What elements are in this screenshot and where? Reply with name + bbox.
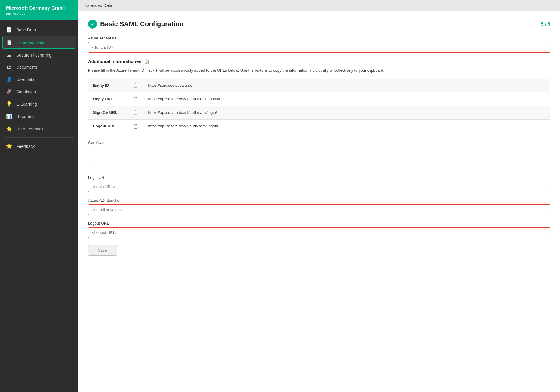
sidebar-item-label: Feedback bbox=[16, 144, 35, 149]
e-learning-icon: 💡 bbox=[6, 101, 12, 107]
logout-url-input[interactable] bbox=[88, 227, 550, 238]
sidebar-item-label: Base Data bbox=[16, 27, 36, 32]
sidebar-item-simulation[interactable]: 🚀Simulation bbox=[0, 86, 78, 98]
sidebar-item-base-data[interactable]: 📄Base Data bbox=[0, 23, 78, 36]
azure-tenant-id-label: Azure Tenant ID bbox=[88, 36, 550, 40]
reporting-icon: 📊 bbox=[6, 114, 12, 119]
section-title-text: Basic SAML Configuration bbox=[100, 20, 184, 28]
base-data-icon: 📄 bbox=[6, 27, 12, 33]
table-row: Logout URL 📋 https://api.sosafe.de/v1/au… bbox=[88, 119, 550, 133]
table-row: Reply URL 📋 https://api.sosafe.de/v1/aut… bbox=[88, 92, 550, 106]
feedback-icon: ⭐ bbox=[6, 143, 12, 149]
copy-icon[interactable]: 📋 bbox=[132, 96, 139, 102]
company-domain: microsoft.com bbox=[6, 11, 72, 16]
logout-url-label: Logout URL bbox=[88, 221, 550, 226]
content-area: ✓ Basic SAML Configuration 5 / 5 Azure T… bbox=[78, 11, 560, 392]
sidebar: Microsoft Germany GmbH microsoft.com 📄Ba… bbox=[0, 0, 78, 392]
certificate-input[interactable] bbox=[88, 147, 550, 168]
save-button[interactable]: Save bbox=[88, 245, 117, 256]
secure-filesharing-icon: ☁ bbox=[6, 52, 12, 58]
sidebar-item-label: E-Learning bbox=[16, 102, 37, 107]
top-bar-title: Extended Data bbox=[84, 3, 112, 8]
sidebar-item-label: Simulation bbox=[16, 89, 36, 94]
simulation-icon: 🚀 bbox=[6, 89, 12, 95]
row-value: https://services.sosafe.de bbox=[143, 79, 550, 92]
section-title: ✓ Basic SAML Configuration bbox=[88, 20, 184, 29]
sidebar-item-label: User feedback bbox=[16, 126, 43, 131]
section-header: ✓ Basic SAML Configuration 5 / 5 bbox=[88, 20, 550, 29]
nav-divider bbox=[5, 137, 74, 138]
sidebar-item-label: User data bbox=[16, 77, 35, 82]
main-area: Extended Data ✓ Basic SAML Configuration… bbox=[78, 0, 560, 392]
certificate-label: Certificate bbox=[88, 140, 550, 145]
extended-data-icon: 📋 bbox=[6, 39, 12, 45]
sidebar-item-label: Extended Data bbox=[17, 40, 45, 45]
top-bar: Extended Data bbox=[78, 0, 560, 11]
sidebar-item-label: Documents bbox=[16, 65, 38, 70]
row-label: Entity ID bbox=[88, 79, 127, 92]
azure-tenant-id-input[interactable] bbox=[88, 42, 550, 53]
info-description: Please fill in the Azure Tenant ID first… bbox=[88, 67, 550, 74]
row-label: Logout URL bbox=[88, 119, 127, 133]
sidebar-nav: 📄Base Data📋Extended Data☁Secure Fileshar… bbox=[0, 20, 78, 392]
row-value: https://api.sosafe.de/v1/auth/saml/logou… bbox=[143, 119, 550, 133]
azure-ad-identifier-input[interactable] bbox=[88, 204, 550, 215]
login-url-label: Login URL bbox=[88, 175, 550, 180]
company-name: Microsoft Germany GmbH bbox=[6, 5, 72, 11]
check-icon: ✓ bbox=[88, 20, 97, 29]
copy-icon[interactable]: 📋 bbox=[132, 110, 139, 116]
row-label: Reply URL bbox=[88, 92, 127, 106]
sidebar-item-secure-filesharing[interactable]: ☁Secure Filesharing bbox=[0, 49, 78, 61]
copy-icon[interactable]: 📋 bbox=[132, 123, 139, 129]
copy-icon-cell[interactable]: 📋 bbox=[127, 92, 143, 106]
copy-all-icon[interactable]: 📋 bbox=[144, 59, 149, 64]
row-value: https://api.sosafe.de/v1/auth/saml/login… bbox=[143, 106, 550, 119]
copy-icon-cell[interactable]: 📋 bbox=[127, 79, 143, 92]
documents-icon: 🗂 bbox=[6, 64, 12, 70]
row-label: Sign On URL bbox=[88, 106, 127, 119]
row-value: https://api.sosafe.de/v1/auth/saml/consu… bbox=[143, 92, 550, 106]
azure-ad-identifier-label: Azure AD Identifier bbox=[88, 198, 550, 203]
copy-icon[interactable]: 📋 bbox=[132, 82, 139, 89]
sidebar-item-e-learning[interactable]: 💡E-Learning bbox=[0, 98, 78, 110]
copy-icon-cell[interactable]: 📋 bbox=[127, 119, 143, 133]
table-row: Sign On URL 📋 https://api.sosafe.de/v1/a… bbox=[88, 106, 550, 119]
sidebar-item-user-data[interactable]: 👤User data bbox=[0, 73, 78, 86]
sidebar-item-label: Reporting bbox=[16, 114, 35, 119]
additional-info-header: Additional informationen 📋 bbox=[88, 59, 550, 64]
sidebar-item-feedback[interactable]: ⭐Feedback bbox=[0, 140, 78, 152]
sidebar-item-reporting[interactable]: 📊Reporting bbox=[0, 110, 78, 123]
sidebar-item-documents[interactable]: 🗂Documents bbox=[0, 61, 78, 73]
additional-info-title: Additional informationen bbox=[88, 59, 142, 64]
step-indicator: 5 / 5 bbox=[541, 21, 550, 27]
user-feedback-icon: ⭐ bbox=[6, 126, 12, 132]
sidebar-header: Microsoft Germany GmbH microsoft.com bbox=[0, 0, 78, 20]
sidebar-item-label: Secure Filesharing bbox=[16, 53, 52, 58]
sidebar-item-user-feedback[interactable]: ⭐User feedback bbox=[0, 123, 78, 135]
login-url-input[interactable] bbox=[88, 182, 550, 192]
table-row: Entity ID 📋 https://services.sosafe.de bbox=[88, 79, 550, 92]
sidebar-item-extended-data[interactable]: 📋Extended Data bbox=[2, 36, 76, 49]
info-table: Entity ID 📋 https://services.sosafe.de R… bbox=[88, 79, 550, 133]
user-data-icon: 👤 bbox=[6, 76, 12, 82]
copy-icon-cell[interactable]: 📋 bbox=[127, 106, 143, 119]
